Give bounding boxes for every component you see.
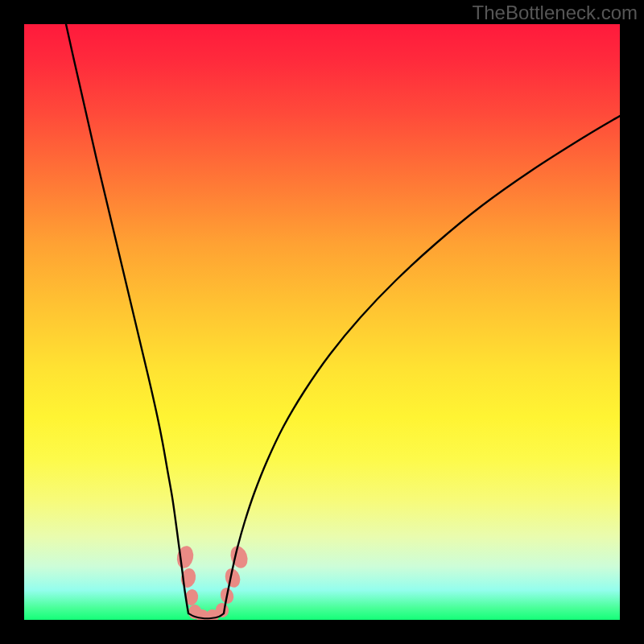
left-top-marker — [175, 544, 195, 570]
line-layer — [66, 24, 620, 618]
curve-left-branch — [66, 24, 188, 613]
right-top-marker — [228, 543, 250, 570]
marker-layer — [175, 543, 250, 620]
chart-svg — [24, 24, 620, 620]
plot-area — [24, 24, 620, 620]
watermark-text: TheBottleneck.com — [473, 2, 638, 24]
curve-right-branch — [224, 116, 620, 613]
chart-frame: TheBottleneck.com — [0, 0, 644, 644]
